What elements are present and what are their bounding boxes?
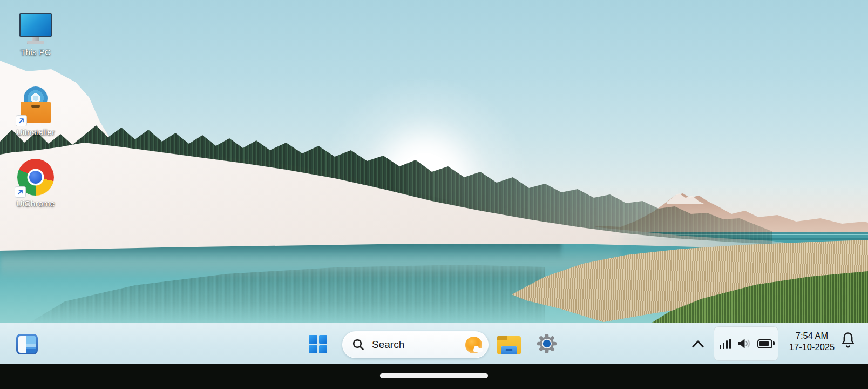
monitor-stand	[32, 37, 39, 41]
settings-gear-icon	[537, 333, 557, 354]
taskbar: Search	[0, 323, 868, 364]
start-button[interactable]	[309, 335, 327, 353]
wallpaper-mist	[0, 244, 621, 280]
volume-icon	[737, 337, 751, 350]
clock-date: 17-10-2025	[782, 341, 842, 353]
monitor-icon	[18, 13, 53, 44]
search-icon	[352, 338, 365, 351]
taskbar-clock[interactable]: 7:54 AM 17-10-2025	[782, 330, 842, 353]
desktop-icon-label: UiChrome	[16, 199, 55, 209]
shortcut-arrow-icon	[16, 115, 27, 126]
battery-icon	[757, 339, 772, 348]
chevron-up-icon	[691, 339, 705, 350]
shortcut-arrow-icon	[15, 186, 26, 198]
search-box[interactable]: Search	[342, 331, 489, 358]
installer-package-icon	[18, 86, 53, 124]
installer-box-slot	[31, 105, 40, 108]
system-tray[interactable]	[714, 326, 778, 361]
chrome-blue-center	[29, 171, 42, 184]
signal-bars-icon	[720, 338, 731, 349]
monitor-screen	[19, 13, 52, 37]
desktop-wallpaper	[0, 0, 868, 364]
settings-button[interactable]	[537, 333, 557, 354]
widgets-button[interactable]	[16, 334, 38, 354]
desktop-icon-uichrome[interactable]: UiChrome	[8, 159, 64, 209]
desktop-icon-uiinstaller[interactable]: UiInstaller	[8, 86, 64, 137]
screen: This PC UiInstaller UiChrome	[0, 0, 868, 389]
desktop-icon-label: This PC	[21, 48, 51, 57]
widgets-icon-left-pane	[18, 336, 26, 353]
windows-start-icon	[309, 335, 317, 344]
widgets-icon	[18, 336, 36, 353]
home-indicator-pill[interactable]	[380, 373, 488, 378]
search-placeholder: Search	[372, 339, 465, 351]
tray-overflow-button[interactable]	[691, 339, 705, 350]
file-explorer-button[interactable]	[497, 334, 521, 354]
widgets-icon-right-pane	[26, 336, 36, 353]
desktop-icon-label: UiInstaller	[16, 128, 55, 137]
desktop-icon-this-pc[interactable]: This PC	[8, 13, 64, 57]
clock-time: 7:54 AM	[782, 330, 842, 341]
chrome-browser-icon	[17, 159, 54, 196]
sun-behind-cloud-weather-icon[interactable]	[465, 337, 482, 353]
monitor-base	[27, 41, 44, 44]
notifications-button[interactable]	[840, 331, 856, 350]
bottom-nav-bar	[0, 364, 868, 389]
weather-cloud	[473, 348, 483, 352]
bell-icon	[840, 331, 856, 350]
